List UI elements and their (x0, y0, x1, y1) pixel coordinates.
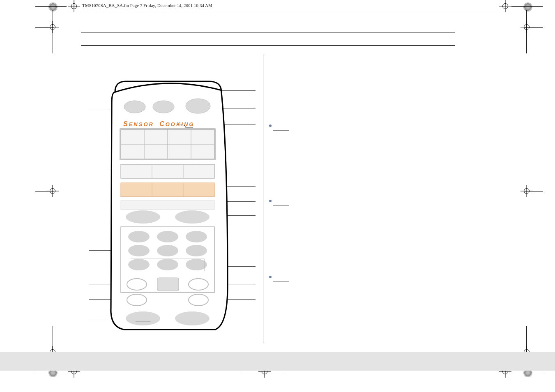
crop-line (511, 372, 543, 372)
sensor-heading-underline-icon (177, 122, 197, 129)
registration-mark-icon (48, 2, 58, 12)
column-divider (263, 54, 263, 343)
crop-line (35, 372, 67, 372)
footer-band (0, 352, 555, 371)
crop-line (242, 372, 283, 372)
sensor-cap-c: C (159, 120, 166, 127)
svg-point-20 (157, 231, 178, 242)
svg-point-35 (126, 311, 160, 325)
svg-point-37 (175, 311, 210, 325)
bullet-icon (269, 200, 272, 202)
section-underline (273, 130, 289, 131)
bullet-icon (269, 125, 272, 127)
svg-point-21 (186, 231, 207, 242)
control-panel-illustration (106, 78, 229, 333)
crop-line (53, 10, 53, 53)
header-filename-line: TMS1070SA_BA_SA.fm Page 7 Friday, Decemb… (66, 2, 509, 10)
section-underline (273, 281, 289, 282)
bullet-icon (269, 276, 272, 278)
sensor-word-ensor: ENSOR (129, 121, 154, 127)
svg-point-19 (128, 231, 150, 242)
svg-point-25 (128, 259, 150, 270)
crop-target-icon (502, 2, 509, 10)
svg-point-0 (124, 101, 145, 113)
crop-line (35, 27, 54, 28)
svg-point-2 (186, 99, 210, 113)
svg-point-26 (157, 259, 178, 270)
svg-point-22 (128, 245, 150, 256)
registration-mark-icon (523, 2, 532, 12)
svg-rect-9 (121, 164, 214, 178)
svg-point-24 (186, 245, 207, 256)
crop-line (526, 10, 527, 53)
sensor-cap-s: S (123, 120, 129, 127)
page-rule-top-bold (81, 32, 455, 32)
svg-point-16 (126, 210, 160, 224)
crop-line (511, 6, 543, 7)
svg-rect-12 (121, 183, 214, 197)
section-underline (273, 205, 289, 206)
svg-rect-31 (157, 278, 179, 291)
crop-line (524, 191, 543, 191)
page-rule-top-thin (81, 45, 455, 46)
svg-point-23 (157, 245, 178, 256)
svg-point-1 (153, 101, 174, 113)
crop-line (74, 0, 74, 7)
header-filename-text: TMS1070SA_BA_SA.fm Page 7 Friday, Decemb… (82, 3, 212, 8)
svg-rect-15 (121, 201, 214, 210)
crop-line (35, 191, 54, 191)
svg-point-17 (175, 210, 210, 224)
svg-point-27 (186, 259, 207, 270)
crop-line (505, 0, 505, 7)
crop-line (35, 6, 67, 7)
